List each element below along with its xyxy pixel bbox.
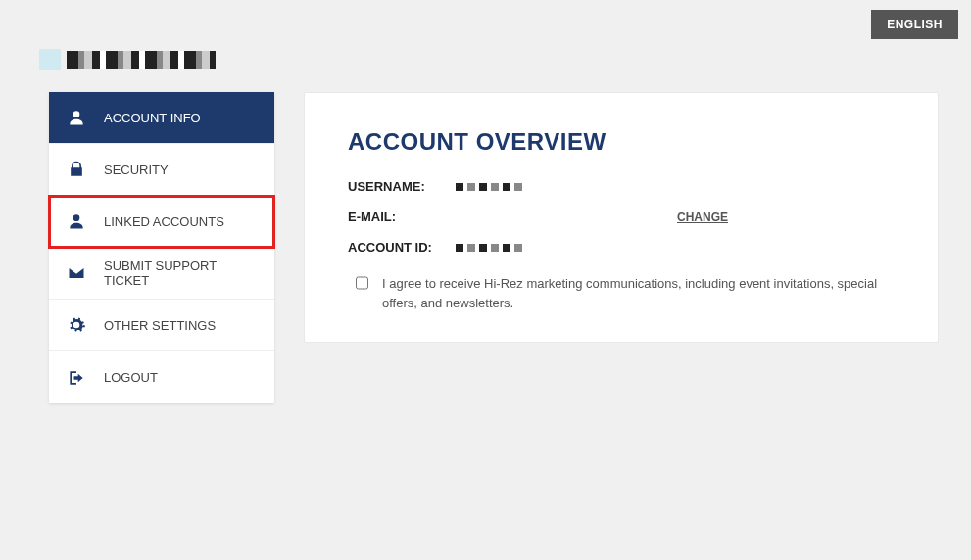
accountid-row: ACCOUNT ID: — [348, 240, 895, 255]
sidebar-item-label: ACCOUNT INFO — [104, 111, 201, 125]
gear-icon — [67, 315, 86, 335]
sidebar-item-logout[interactable]: LOGOUT — [49, 351, 274, 403]
sidebar-item-support-ticket[interactable]: SUBMIT SUPPORT TICKET — [49, 248, 274, 300]
sidebar-item-other-settings[interactable]: OTHER SETTINGS — [49, 300, 274, 351]
person-icon — [67, 108, 86, 127]
sidebar-item-label: SECURITY — [104, 163, 169, 177]
sidebar-item-label: LINKED ACCOUNTS — [104, 214, 224, 229]
sidebar-item-linked-accounts[interactable]: LINKED ACCOUNTS — [49, 196, 274, 248]
mail-icon — [67, 263, 86, 283]
username-value — [456, 179, 524, 194]
username-row: USERNAME: — [348, 179, 895, 194]
language-button[interactable]: ENGLISH — [871, 10, 958, 39]
sidebar: ACCOUNT INFO SECURITY LINKED ACCOUNTS SU… — [49, 92, 274, 403]
svg-point-1 — [73, 214, 80, 221]
person-icon — [67, 211, 86, 231]
logo-icon — [39, 49, 61, 70]
sidebar-item-label: LOGOUT — [104, 370, 158, 385]
accountid-value — [456, 240, 524, 255]
username-label: USERNAME: — [348, 179, 456, 194]
email-label: E-MAIL: — [348, 210, 456, 224]
email-row: E-MAIL: CHANGE — [348, 210, 895, 224]
change-email-link[interactable]: CHANGE — [677, 210, 728, 224]
site-logo — [39, 49, 216, 70]
logout-icon — [67, 368, 86, 388]
marketing-consent-text: I agree to receive Hi-Rez marketing comm… — [382, 274, 895, 312]
sidebar-item-label: SUBMIT SUPPORT TICKET — [104, 258, 257, 288]
marketing-consent-checkbox[interactable] — [356, 276, 368, 290]
account-overview-panel: ACCOUNT OVERVIEW USERNAME: E-MAIL: CHANG… — [304, 92, 939, 343]
sidebar-item-security[interactable]: SECURITY — [49, 144, 274, 196]
logo-text-redacted — [67, 51, 216, 69]
lock-icon — [67, 160, 86, 179]
page-title: ACCOUNT OVERVIEW — [348, 128, 895, 156]
svg-point-0 — [73, 111, 80, 117]
accountid-label: ACCOUNT ID: — [348, 240, 456, 255]
marketing-consent-row: I agree to receive Hi-Rez marketing comm… — [348, 274, 895, 312]
sidebar-item-account-info[interactable]: ACCOUNT INFO — [49, 92, 274, 144]
sidebar-item-label: OTHER SETTINGS — [104, 318, 216, 333]
